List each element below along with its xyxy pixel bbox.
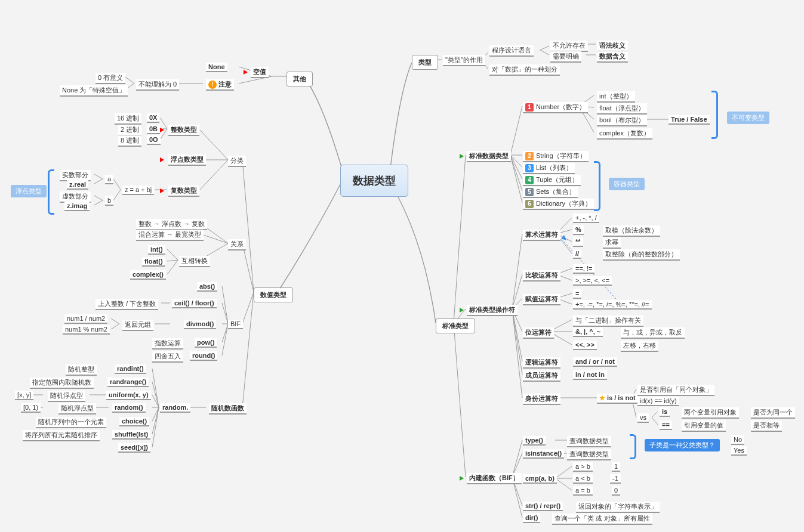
leaf-bif-type: type() bbox=[523, 436, 546, 446]
node-other[interactable]: 其他 bbox=[287, 72, 313, 86]
leaf-identity: 身份运算符 bbox=[523, 394, 560, 405]
leaf-b16: 16 进制 bbox=[115, 113, 141, 125]
leaf-identity-vs: vs bbox=[637, 413, 649, 423]
leaf-arith: 算术运算符 bbox=[523, 230, 560, 241]
leaf-randranged: 指定范围内取随机数 bbox=[30, 378, 94, 389]
leaf-bif-pow: pow() bbox=[195, 338, 217, 348]
leaf-bit-l3d: 左移，右移 bbox=[621, 341, 658, 352]
svg-line-74 bbox=[94, 174, 103, 179]
leaf-choice: choice() bbox=[119, 417, 149, 426]
svg-line-64 bbox=[242, 292, 254, 407]
node-std[interactable]: 标准类型 bbox=[436, 318, 475, 333]
svg-line-22 bbox=[512, 274, 522, 309]
star-icon: ★ bbox=[599, 394, 605, 401]
leaf-sets: 5Sets（集合） bbox=[523, 187, 578, 198]
leaf-identity-d1: 是否引用自「同个对象」 bbox=[637, 385, 714, 396]
svg-line-98 bbox=[152, 407, 159, 421]
leaf-logic: 逻辑运算符 bbox=[523, 357, 560, 369]
callout-immutable: 不可变类型 bbox=[727, 112, 769, 124]
svg-line-9 bbox=[454, 323, 466, 477]
leaf-randrange: randrange() bbox=[107, 378, 149, 387]
svg-line-63 bbox=[242, 292, 254, 324]
leaf-bit-l2d: 与，或，异或，取反 bbox=[621, 327, 685, 339]
flag-icon bbox=[160, 157, 164, 162]
leaf-bif-isinstd: 查询数据类型 bbox=[567, 449, 611, 460]
leaf-bif-strd: 返回对象的「字符串表示」 bbox=[576, 502, 660, 513]
svg-line-43 bbox=[652, 412, 658, 417]
leaf-uniformr: [x, y] bbox=[15, 391, 33, 400]
leaf-logic-val: and / or / not bbox=[573, 357, 617, 367]
leaf-uniform: uniform(x, y) bbox=[106, 391, 151, 400]
leaf-b2v: 0B bbox=[147, 125, 160, 134]
leaf-bif-powd: 指数运算 bbox=[152, 338, 183, 349]
leaf-dict: 6Dictionary（字典） bbox=[523, 199, 594, 210]
callout-floattype: 浮点类型 bbox=[11, 185, 47, 197]
svg-line-54 bbox=[555, 478, 572, 490]
leaf-cmp-l2: >, >=, <, <= bbox=[573, 276, 612, 286]
leaf-b8: 8 进制 bbox=[118, 135, 141, 147]
svg-line-12 bbox=[510, 155, 522, 167]
leaf-std-ops: 标准类型操作符 bbox=[467, 305, 517, 316]
leaf-b2: 2 进制 bbox=[118, 125, 141, 136]
root-node[interactable]: 数据类型 bbox=[340, 165, 408, 197]
leaf-identity-isask: 是否为同一个 bbox=[751, 407, 795, 419]
leaf-rand: 随机数函数 bbox=[209, 403, 247, 415]
leaf-identity-eqdesc: 引用变量的值 bbox=[682, 420, 726, 432]
svg-line-92 bbox=[111, 324, 119, 329]
flag-icon bbox=[244, 70, 248, 75]
leaf-special: None 为「特殊空值」 bbox=[60, 85, 128, 97]
leaf-b: b bbox=[105, 196, 113, 206]
svg-line-81 bbox=[167, 249, 178, 260]
svg-line-73 bbox=[113, 190, 121, 200]
leaf-number: 1Number（数字） bbox=[523, 102, 588, 113]
leaf-bif-typed: 查询数据类型 bbox=[567, 436, 611, 447]
svg-line-27 bbox=[512, 309, 522, 398]
leaf-member-val: in / not in bbox=[573, 370, 607, 380]
leaf-complex-eq: z = a + bj bbox=[122, 185, 154, 195]
svg-line-44 bbox=[652, 417, 658, 425]
leaf-bif-ceild: 上入整数 / 下舍整数 bbox=[96, 299, 158, 310]
svg-line-79 bbox=[200, 234, 228, 243]
leaf-bit-l1: 与「二进制」操作有关 bbox=[573, 316, 643, 327]
leaf-identity-val: ★is / is not bbox=[597, 394, 638, 404]
leaf-arith-l3d: 求幂 bbox=[603, 237, 621, 249]
leaf-understand: 不能理解为 0 bbox=[136, 79, 179, 91]
brace-icon bbox=[48, 169, 54, 215]
leaf-randint: randint() bbox=[115, 364, 146, 374]
leaf-identity-eq: == bbox=[660, 420, 672, 430]
leaf-list: 3List（列表） bbox=[523, 163, 575, 174]
leaf-randintd: 随机整型 bbox=[66, 364, 97, 376]
leaf-bif: BIF bbox=[228, 320, 243, 329]
leaf-std-bif: 内建函数（BIF） bbox=[467, 473, 522, 484]
node-numeric[interactable]: 数值类型 bbox=[254, 287, 293, 302]
leaf-type-classify: 对「数据」的一种划分 bbox=[489, 64, 560, 76]
svg-line-95 bbox=[152, 382, 159, 407]
leaf-fenlei: 分类 bbox=[228, 156, 246, 167]
flag-icon bbox=[460, 154, 464, 159]
leaf-randomd: 随机浮点型 bbox=[58, 403, 96, 415]
leaf-identity-is: is bbox=[660, 407, 670, 417]
leaf-float: float（浮点型） bbox=[597, 103, 647, 115]
leaf-randomr: [0, 1) bbox=[21, 403, 41, 413]
leaf-type-design: 程序设计语言 bbox=[489, 45, 534, 57]
leaf-g-complex: complex() bbox=[130, 270, 166, 280]
leaf-bool: bool（布尔型） bbox=[597, 115, 647, 126]
leaf-choiced: 随机序列中的一个元素 bbox=[36, 417, 106, 428]
svg-line-7 bbox=[454, 155, 466, 323]
svg-line-82 bbox=[167, 260, 178, 261]
leaf-zero: 0 有意义 bbox=[96, 73, 125, 84]
svg-line-94 bbox=[152, 369, 159, 407]
flag-icon bbox=[160, 128, 164, 132]
leaf-bif-dn2: num1 % num2 bbox=[63, 325, 110, 335]
leaf-b16v: 0X bbox=[147, 113, 159, 123]
svg-line-72 bbox=[113, 179, 121, 190]
svg-line-96 bbox=[152, 395, 159, 407]
svg-line-75 bbox=[94, 179, 103, 184]
leaf-a: a bbox=[105, 175, 113, 184]
svg-line-61 bbox=[242, 160, 254, 292]
leaf-bif-divmodd: 返回元组 bbox=[122, 320, 153, 331]
leaf-booltf: True / False bbox=[669, 115, 710, 125]
warn-icon: ! bbox=[208, 81, 217, 89]
node-type[interactable]: 类型 bbox=[412, 55, 438, 70]
leaf-arith-l2: % bbox=[573, 225, 584, 235]
